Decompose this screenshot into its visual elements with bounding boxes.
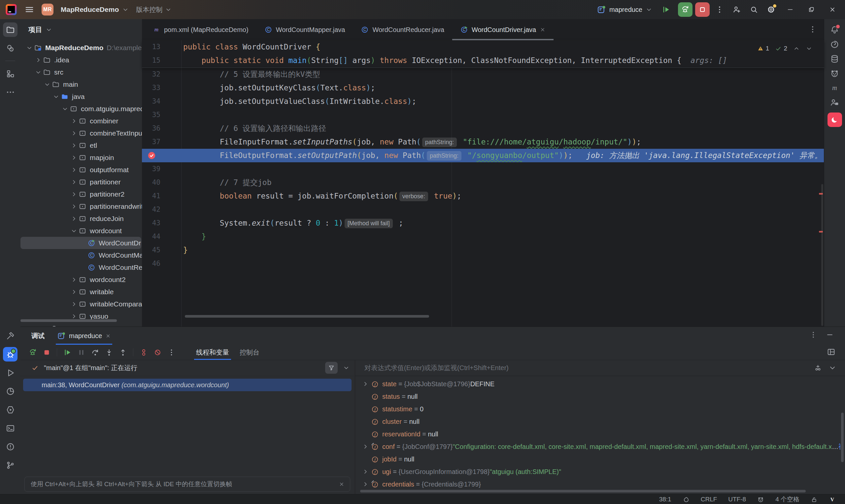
readonly-lock-icon[interactable] <box>811 496 817 503</box>
tree-item[interactable]: reduceJoin <box>20 212 142 224</box>
layout-settings-icon[interactable] <box>827 347 836 357</box>
vcs-selector[interactable]: 版本控制 <box>136 5 172 14</box>
error-stripe-mark[interactable] <box>819 193 823 195</box>
chevron-down-icon[interactable] <box>828 364 837 372</box>
code-line-15[interactable]: 15 public static void main(String[] args… <box>142 54 824 67</box>
stripe-version-control[interactable] <box>3 458 17 472</box>
add-watch-icon[interactable] <box>814 364 822 372</box>
tree-item[interactable]: partitionerandwritable <box>20 200 142 212</box>
stripe-maven[interactable]: m <box>828 80 842 95</box>
variable-statustime[interactable]: fstatustime = 0 <box>355 403 840 415</box>
code-line-32[interactable]: 32 // 5 设置最终输出的kV类型 <box>142 68 824 81</box>
code-line-37[interactable]: 37 FileInputFormat.setInputPaths(job, ne… <box>142 135 824 149</box>
chevron-right-icon[interactable] <box>70 289 78 295</box>
stripe-database[interactable] <box>828 52 842 66</box>
editor-tab[interactable]: CWordCountReducer.java <box>353 19 452 40</box>
tab-options-icon[interactable] <box>808 25 817 34</box>
code-line-46[interactable]: 46 <box>142 257 824 270</box>
chevron-right-icon[interactable] <box>70 215 78 222</box>
chevron-right-icon[interactable] <box>70 142 78 149</box>
tree-item[interactable]: partitioner <box>20 176 142 188</box>
tree-horizontal-scrollbar[interactable] <box>20 319 117 322</box>
debug-session-tab[interactable]: mapreduce <box>56 327 112 345</box>
chevron-right-icon[interactable] <box>361 381 370 387</box>
code-line-40[interactable]: 40 // 7 提交job <box>142 176 824 189</box>
stripe-problems[interactable] <box>3 439 17 454</box>
breakpoint-icon[interactable] <box>147 151 156 160</box>
variables-horizontal-scrollbar[interactable] <box>360 490 806 492</box>
passed-indicator[interactable]: 2 <box>775 45 787 52</box>
ai-plugin-icon[interactable] <box>757 496 764 503</box>
chevron-right-icon[interactable] <box>361 468 370 475</box>
indent-style[interactable]: 4 个空格 <box>775 495 799 504</box>
step-into-button[interactable] <box>103 346 115 359</box>
stripe-debug[interactable] <box>3 347 17 361</box>
stripe-services[interactable] <box>3 402 17 417</box>
next-issue-icon[interactable] <box>806 45 812 52</box>
tree-item[interactable]: java <box>20 90 142 103</box>
chevron-down-icon[interactable] <box>43 81 52 88</box>
stripe-notifications[interactable] <box>828 22 842 37</box>
tree-item[interactable]: writable <box>20 286 142 298</box>
stripe-learn[interactable]: ? <box>3 41 17 55</box>
code-editor[interactable]: 32 // 5 设置最终输出的kV类型33 job.setOutputKeyCl… <box>142 68 824 326</box>
tree-item[interactable]: wordcount2 <box>20 273 142 286</box>
variable-jobId[interactable]: fjobId = null <box>355 453 840 465</box>
tree-item[interactable]: src <box>20 66 142 78</box>
editor-vertical-scrollbar[interactable] <box>821 184 823 326</box>
stripe-build[interactable] <box>3 328 17 343</box>
chevron-right-icon[interactable] <box>361 443 370 450</box>
settings-button[interactable] <box>764 2 778 17</box>
stripe-structure[interactable] <box>3 66 17 81</box>
tree-item[interactable]: main <box>20 78 142 90</box>
tree-item[interactable]: outputformat <box>20 164 142 176</box>
variable-ugi[interactable]: fugi = {UserGroupInformation@1798} "atgu… <box>355 465 840 478</box>
stripe-profiler[interactable] <box>3 384 17 398</box>
main-menu-icon[interactable] <box>24 5 34 15</box>
file-encoding[interactable]: UTF-8 <box>728 496 746 503</box>
chevron-down-icon[interactable] <box>52 93 60 100</box>
variable-reservationId[interactable]: freservationId = null <box>355 428 840 440</box>
debug-options-icon[interactable] <box>809 331 817 339</box>
minimize-window-button[interactable] <box>781 2 799 17</box>
chevron-right-icon[interactable] <box>70 191 78 198</box>
chevron-down-icon[interactable] <box>25 44 34 51</box>
chevron-right-icon[interactable] <box>70 118 78 124</box>
view-link[interactable]: 视图 <box>839 442 840 451</box>
chevron-right-icon[interactable] <box>70 301 78 307</box>
close-window-button[interactable] <box>823 2 842 17</box>
code-line-35[interactable]: 35 <box>142 108 824 122</box>
chevron-right-icon[interactable] <box>70 155 78 161</box>
droplet-icon[interactable] <box>683 496 689 503</box>
stripe-project[interactable] <box>3 22 17 37</box>
close-icon[interactable] <box>339 481 345 487</box>
debug-view-tab[interactable]: 控制台 <box>234 345 265 360</box>
chevron-right-icon[interactable] <box>70 313 78 320</box>
chevron-right-icon[interactable] <box>70 130 78 137</box>
tree-item[interactable]: com.atguigu.mapreduce <box>20 103 142 115</box>
tree-item[interactable]: resources <box>20 322 142 326</box>
variable-state[interactable]: fstate = {Job$JobState@1796} DEFINE <box>355 378 840 390</box>
tree-item[interactable]: combiner <box>20 115 142 127</box>
project-badge[interactable]: MR <box>41 4 53 16</box>
step-out-button[interactable] <box>117 346 129 359</box>
tree-item[interactable]: .idea <box>20 54 142 66</box>
run-configuration[interactable]: mapreduce <box>594 3 655 16</box>
variable-credentials[interactable]: fcredentials = {Credentials@1799} <box>355 478 840 490</box>
project-selector[interactable]: MapReduceDemo <box>61 6 129 14</box>
rerun-debug-button[interactable] <box>27 346 39 359</box>
line-separator[interactable]: CRLF <box>701 496 717 503</box>
code-line-38[interactable]: FileOutputFormat.setOutputPath(job, new … <box>142 149 824 162</box>
stop-program-button[interactable] <box>695 2 710 17</box>
more-actions-button[interactable] <box>712 2 727 17</box>
view-breakpoints-button[interactable] <box>137 346 150 359</box>
chevron-right-icon[interactable] <box>70 276 78 283</box>
prev-issue-icon[interactable] <box>793 45 800 52</box>
chevron-down-icon[interactable] <box>343 364 350 371</box>
stripe-plugin[interactable] <box>828 112 842 127</box>
chevron-right-icon[interactable] <box>361 481 370 487</box>
tree-item[interactable]: combineTextInputformat <box>20 127 142 139</box>
variable-status[interactable]: fstatus = null <box>355 390 840 403</box>
chevron-down-icon[interactable] <box>61 106 69 112</box>
evaluate-expression-field[interactable]: 对表达式求值(Enter)或添加监视(Ctrl+Shift+Enter) <box>355 360 845 376</box>
